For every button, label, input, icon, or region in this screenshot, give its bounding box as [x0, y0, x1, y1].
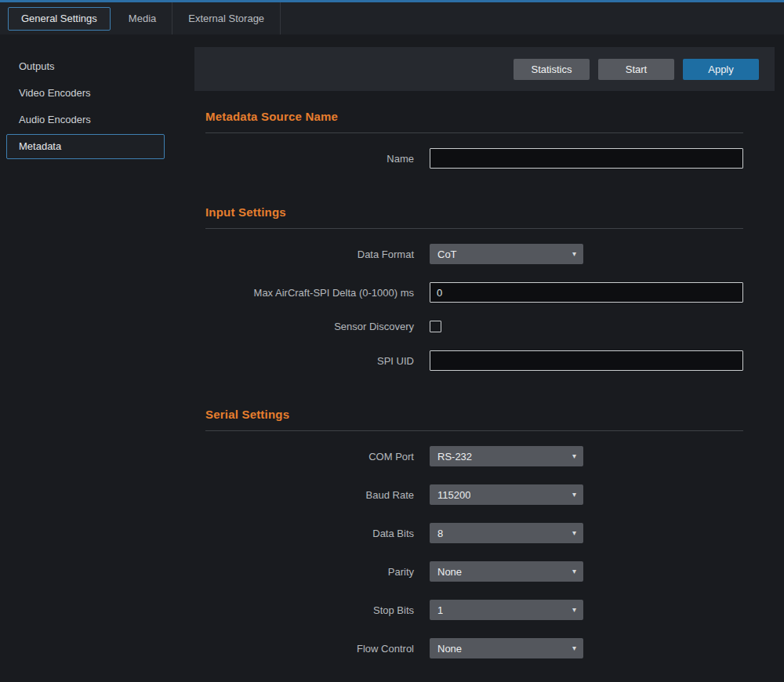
section-serial-settings: Serial Settings COM Port RS-232 ▾ Baud R… — [205, 389, 743, 658]
com-port-select[interactable]: RS-232 ▾ — [430, 446, 583, 466]
toolbar: Statistics Start Apply — [194, 47, 775, 91]
start-button[interactable]: Start — [598, 59, 674, 80]
chevron-down-icon: ▾ — [572, 606, 576, 614]
flow-control-row: Flow Control None ▾ — [205, 638, 743, 658]
chevron-down-icon: ▾ — [572, 491, 576, 499]
parity-value: None — [437, 566, 462, 578]
data-format-value: CoT — [437, 248, 457, 260]
spi-uid-input[interactable] — [430, 350, 743, 371]
section-title-metadata-source-name: Metadata Source Name — [205, 110, 743, 133]
chevron-down-icon: ▾ — [572, 250, 576, 258]
spi-uid-row: SPI UID — [205, 350, 743, 371]
sidebar-item-video-encoders[interactable]: Video Encoders — [0, 80, 194, 107]
chevron-down-icon: ▾ — [572, 568, 576, 575]
data-bits-value: 8 — [437, 528, 443, 539]
parity-select[interactable]: None ▾ — [430, 561, 583, 582]
sensor-discovery-checkbox[interactable] — [430, 321, 441, 332]
chevron-down-icon: ▾ — [572, 529, 576, 537]
section-metadata-source-name: Metadata Source Name Name — [205, 91, 743, 169]
tab-external-storage[interactable]: External Storage — [172, 2, 281, 34]
baud-rate-select[interactable]: 115200 ▾ — [430, 484, 583, 505]
max-delta-row: Max AirCraft-SPI Delta (0-1000) ms — [205, 282, 743, 303]
baud-rate-row: Baud Rate 115200 ▾ — [205, 484, 743, 505]
com-port-row: COM Port RS-232 ▾ — [205, 446, 743, 466]
baud-rate-label: Baud Rate — [205, 489, 414, 501]
chevron-down-icon: ▾ — [572, 644, 576, 652]
spi-uid-label: SPI UID — [205, 355, 414, 367]
stop-bits-select[interactable]: 1 ▾ — [430, 600, 583, 620]
flow-control-label: Flow Control — [205, 643, 414, 655]
max-delta-input[interactable] — [430, 282, 743, 303]
statistics-button[interactable]: Statistics — [514, 59, 590, 80]
flow-control-value: None — [437, 643, 462, 655]
name-input[interactable] — [430, 148, 743, 169]
stop-bits-value: 1 — [437, 604, 443, 616]
main-content: Statistics Start Apply Metadata Source N… — [194, 34, 784, 680]
page-layout: Outputs Video Encoders Audio Encoders Me… — [0, 34, 784, 680]
data-bits-row: Data Bits 8 ▾ — [205, 523, 743, 543]
apply-button[interactable]: Apply — [683, 59, 759, 80]
sensor-discovery-row: Sensor Discovery — [205, 321, 743, 332]
flow-control-select[interactable]: None ▾ — [430, 638, 583, 658]
baud-rate-value: 115200 — [437, 489, 470, 501]
data-bits-select[interactable]: 8 ▾ — [430, 523, 583, 543]
tab-media[interactable]: Media — [113, 2, 172, 34]
name-row: Name — [205, 148, 743, 169]
section-title-serial-settings: Serial Settings — [205, 408, 743, 431]
parity-row: Parity None ▾ — [205, 561, 743, 582]
sensor-discovery-label: Sensor Discovery — [205, 321, 414, 332]
sidebar: Outputs Video Encoders Audio Encoders Me… — [0, 34, 194, 680]
data-format-row: Data Format CoT ▾ — [205, 244, 743, 264]
section-title-input-settings: Input Settings — [205, 205, 743, 229]
tab-general-settings[interactable]: General Settings — [8, 7, 111, 31]
parity-label: Parity — [205, 566, 414, 578]
stop-bits-row: Stop Bits 1 ▾ — [205, 600, 743, 620]
top-tab-bar: General Settings Media External Storage — [0, 0, 784, 34]
settings-form: Metadata Source Name Name Input Settings… — [194, 91, 775, 682]
sidebar-item-audio-encoders[interactable]: Audio Encoders — [0, 107, 194, 133]
com-port-value: RS-232 — [437, 451, 472, 463]
sidebar-item-metadata[interactable]: Metadata — [6, 134, 165, 159]
stop-bits-label: Stop Bits — [205, 604, 414, 616]
data-format-label: Data Format — [205, 248, 414, 260]
section-input-settings: Input Settings Data Format CoT ▾ Max Air… — [205, 187, 743, 371]
data-bits-label: Data Bits — [205, 528, 414, 539]
chevron-down-icon: ▾ — [572, 452, 576, 460]
sidebar-item-outputs[interactable]: Outputs — [0, 53, 194, 80]
com-port-label: COM Port — [205, 451, 414, 463]
max-delta-label: Max AirCraft-SPI Delta (0-1000) ms — [205, 287, 414, 299]
name-label: Name — [205, 153, 414, 165]
data-format-select[interactable]: CoT ▾ — [430, 244, 583, 264]
